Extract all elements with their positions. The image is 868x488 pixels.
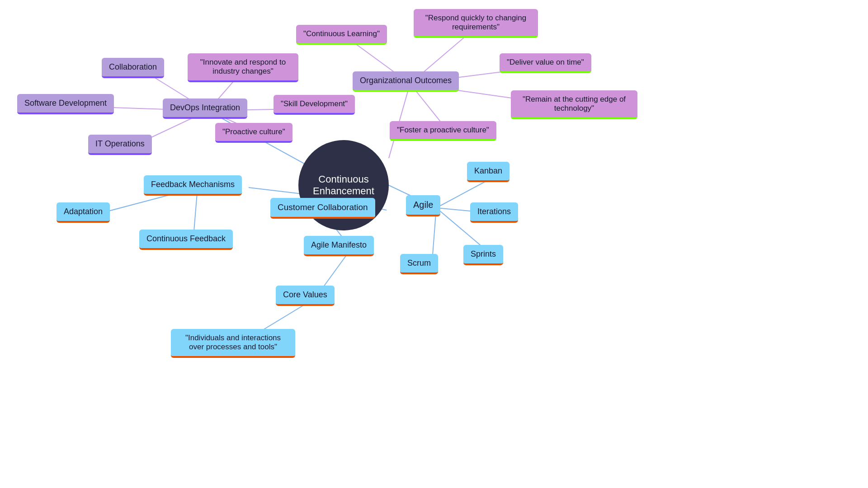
devops-node[interactable]: DevOps Integration xyxy=(163,99,247,119)
adaptation-node[interactable]: Adaptation xyxy=(57,202,110,223)
foster-proactive-node[interactable]: "Foster a proactive culture" xyxy=(390,121,496,141)
agile-node[interactable]: Agile xyxy=(406,195,440,216)
agile-manifesto-node[interactable]: Agile Manifesto xyxy=(304,236,374,256)
innovate-node[interactable]: "Innovate and respond to industry change… xyxy=(188,53,298,82)
sprints-node[interactable]: Sprints xyxy=(463,245,503,265)
continuous-feedback-node[interactable]: Continuous Feedback xyxy=(139,230,233,250)
deliver-value-node[interactable]: "Deliver value on time" xyxy=(500,53,591,73)
kanban-node[interactable]: Kanban xyxy=(467,162,509,182)
it-operations-node[interactable]: IT Operations xyxy=(88,135,152,155)
proactive-culture-node[interactable]: "Proactive culture" xyxy=(215,123,292,143)
customer-collaboration-node[interactable]: Customer Collaboration xyxy=(270,198,375,219)
org-outcomes-node[interactable]: Organizational Outcomes xyxy=(353,71,459,92)
feedback-mechanisms-node[interactable]: Feedback Mechanisms xyxy=(144,175,242,196)
individuals-interactions-node[interactable]: "Individuals and interactions over proce… xyxy=(171,329,295,358)
continuous-learning-node[interactable]: "Continuous Learning" xyxy=(296,25,387,45)
scrum-node[interactable]: Scrum xyxy=(400,254,438,274)
cutting-edge-node[interactable]: "Remain at the cutting edge of technolog… xyxy=(511,90,637,119)
software-development-node[interactable]: Software Development xyxy=(17,94,114,114)
respond-quickly-node[interactable]: "Respond quickly to changing requirement… xyxy=(414,9,538,38)
skill-development-node[interactable]: "Skill Development" xyxy=(274,95,355,115)
iterations-node[interactable]: Iterations xyxy=(470,202,518,223)
collaboration-node[interactable]: Collaboration xyxy=(102,58,164,78)
core-values-node[interactable]: Core Values xyxy=(276,286,335,306)
